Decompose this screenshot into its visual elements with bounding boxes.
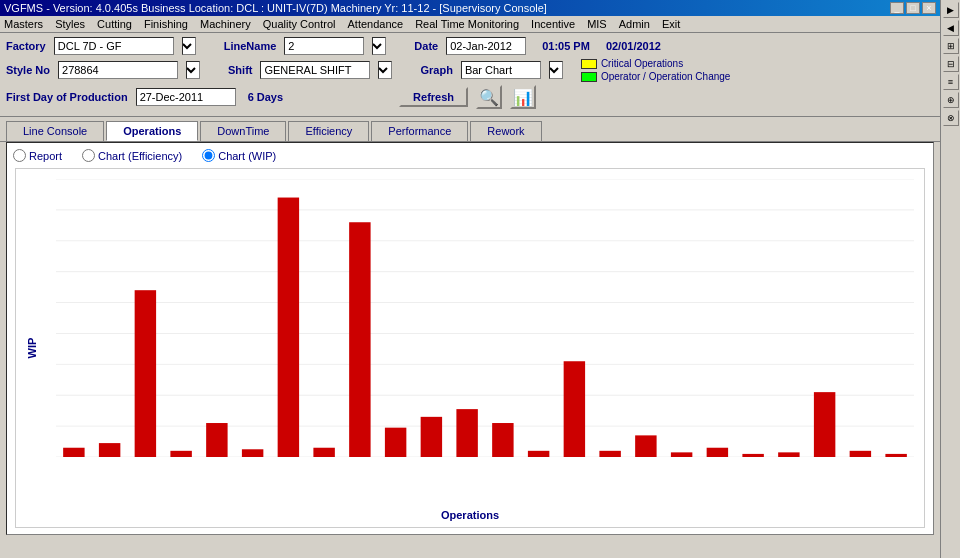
- form-row-2: Style No ▼ Shift ▼ Graph ▼ Critical Oper…: [6, 58, 934, 82]
- y-axis-label: WIP: [26, 338, 38, 359]
- radio-chart-efficiency[interactable]: Chart (Efficiency): [82, 149, 182, 162]
- factory-label: Factory: [6, 40, 46, 52]
- sidebar-btn-1[interactable]: ▶: [943, 2, 959, 18]
- svg-rect-64: [850, 451, 871, 457]
- legend-critical-label: Critical Operations: [601, 58, 683, 69]
- styleno-label: Style No: [6, 64, 50, 76]
- svg-rect-54: [671, 452, 692, 457]
- graph-label: Graph: [420, 64, 452, 76]
- menu-mis[interactable]: MIS: [587, 18, 607, 30]
- sidebar-btn-5[interactable]: ≡: [943, 74, 959, 90]
- search-icon-button[interactable]: 🔍: [476, 85, 502, 109]
- svg-rect-48: [564, 361, 585, 457]
- menu-admin[interactable]: Admin: [619, 18, 650, 30]
- graph-dropdown[interactable]: ▼: [549, 61, 563, 79]
- factory-dropdown[interactable]: ▼: [182, 37, 196, 55]
- radio-row: Report Chart (Efficiency) Chart (WIP): [13, 149, 927, 162]
- content-area: Report Chart (Efficiency) Chart (WIP) WI…: [6, 142, 934, 535]
- svg-rect-28: [206, 423, 227, 457]
- tab-efficiency[interactable]: Efficiency: [288, 121, 369, 141]
- sidebar-btn-2[interactable]: ◀: [943, 20, 959, 36]
- svg-rect-60: [778, 452, 799, 457]
- form-row-1: Factory ▼ LineName ▼ Date 01:05 PM 02/01…: [6, 37, 934, 55]
- styleno-input[interactable]: [58, 61, 178, 79]
- svg-rect-30: [242, 449, 263, 457]
- title-bar-buttons: _ □ ×: [890, 2, 936, 14]
- date-label: Date: [414, 40, 438, 52]
- svg-rect-40: [421, 417, 442, 457]
- legend-critical-color: [581, 59, 597, 69]
- toolbar: Factory ▼ LineName ▼ Date 01:05 PM 02/01…: [0, 33, 940, 117]
- radio-chart-wip[interactable]: Chart (WIP): [202, 149, 276, 162]
- menu-realtime[interactable]: Real Time Monitoring: [415, 18, 519, 30]
- menu-styles[interactable]: Styles: [55, 18, 85, 30]
- svg-rect-46: [528, 451, 549, 457]
- bars-svg: 900 800 700 600 500 400 300 200 100 0 SE…: [56, 179, 914, 457]
- styleno-dropdown[interactable]: ▼: [186, 61, 200, 79]
- svg-rect-50: [599, 451, 620, 457]
- tab-operations[interactable]: Operations: [106, 121, 198, 141]
- svg-rect-20: [63, 448, 84, 457]
- menu-quality-control[interactable]: Quality Control: [263, 18, 336, 30]
- linename-dropdown[interactable]: ▼: [372, 37, 386, 55]
- svg-rect-32: [278, 198, 299, 457]
- tab-rework[interactable]: Rework: [470, 121, 541, 141]
- svg-rect-26: [170, 451, 191, 457]
- menu-attendance[interactable]: Attendance: [348, 18, 404, 30]
- tab-line-console[interactable]: Line Console: [6, 121, 104, 141]
- menu-bar: Masters Styles Cutting Finishing Machine…: [0, 16, 940, 33]
- svg-rect-24: [135, 290, 156, 457]
- date-full: 02/01/2012: [606, 40, 661, 52]
- close-button[interactable]: ×: [922, 2, 936, 14]
- shift-label: Shift: [228, 64, 252, 76]
- menu-machinery[interactable]: Machinery: [200, 18, 251, 30]
- svg-rect-38: [385, 428, 406, 457]
- app-title: VGFMS - Version: 4.0.405s Business Locat…: [4, 2, 547, 14]
- menu-finishing[interactable]: Finishing: [144, 18, 188, 30]
- form-row-3: First Day of Production 6 Days Refresh 🔍…: [6, 85, 934, 109]
- legend-critical: Critical Operations: [581, 58, 731, 69]
- sidebar-btn-6[interactable]: ⊕: [943, 92, 959, 108]
- factory-input[interactable]: [54, 37, 174, 55]
- svg-rect-36: [349, 222, 370, 457]
- menu-cutting[interactable]: Cutting: [97, 18, 132, 30]
- menu-exit[interactable]: Exit: [662, 18, 680, 30]
- svg-rect-62: [814, 392, 835, 457]
- svg-rect-56: [707, 448, 728, 457]
- legend-operator: Operator / Operation Change: [581, 71, 731, 82]
- linename-label: LineName: [224, 40, 277, 52]
- firstday-label: First Day of Production: [6, 91, 128, 103]
- menu-masters[interactable]: Masters: [4, 18, 43, 30]
- sidebar-btn-7[interactable]: ⊗: [943, 110, 959, 126]
- menu-incentive[interactable]: Incentive: [531, 18, 575, 30]
- export-icon-button[interactable]: 📊: [510, 85, 536, 109]
- chart-container: WIP Operations 900 800: [15, 168, 925, 528]
- shift-input[interactable]: [260, 61, 370, 79]
- shift-dropdown[interactable]: ▼: [378, 61, 392, 79]
- svg-rect-66: [885, 454, 906, 457]
- svg-rect-52: [635, 435, 656, 457]
- tab-performance[interactable]: Performance: [371, 121, 468, 141]
- radio-report[interactable]: Report: [13, 149, 62, 162]
- svg-rect-22: [99, 443, 120, 457]
- sidebar-btn-4[interactable]: ⊟: [943, 56, 959, 72]
- maximize-button[interactable]: □: [906, 2, 920, 14]
- graph-input[interactable]: [461, 61, 541, 79]
- date-input[interactable]: [446, 37, 526, 55]
- legend-operator-color: [581, 72, 597, 82]
- minimize-button[interactable]: _: [890, 2, 904, 14]
- chart-inner: 900 800 700 600 500 400 300 200 100 0 SE…: [56, 179, 914, 457]
- sidebar-btn-3[interactable]: ⊞: [943, 38, 959, 54]
- legend: Critical Operations Operator / Operation…: [581, 58, 731, 82]
- tabs-bar: Line Console Operations DownTime Efficie…: [0, 117, 940, 142]
- svg-rect-44: [492, 423, 513, 457]
- time-value: 01:05 PM: [542, 40, 590, 52]
- linename-input[interactable]: [284, 37, 364, 55]
- legend-operator-label: Operator / Operation Change: [601, 71, 731, 82]
- firstday-input[interactable]: [136, 88, 236, 106]
- tab-downtime[interactable]: DownTime: [200, 121, 286, 141]
- svg-rect-42: [456, 409, 477, 457]
- refresh-button[interactable]: Refresh: [399, 87, 468, 107]
- title-bar: VGFMS - Version: 4.0.405s Business Locat…: [0, 0, 940, 16]
- svg-rect-34: [313, 448, 334, 457]
